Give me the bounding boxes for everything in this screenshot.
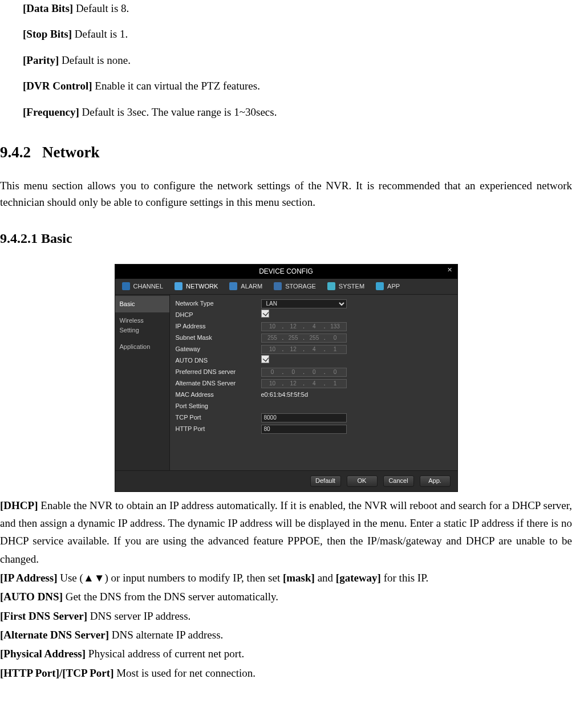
label-ip-address: IP Address — [176, 322, 261, 331]
label-alternate-dns: Alternate DNS Server — [176, 379, 261, 388]
select-network-type[interactable]: LAN — [261, 299, 347, 308]
default-button[interactable]: Default — [310, 475, 341, 487]
param-frequency: [Frequency] Default is 3sec. The value r… — [23, 104, 572, 120]
section-para: This menu section allows you to configur… — [0, 177, 572, 211]
def-desc: Most is used for net connection. — [113, 667, 255, 679]
def-label: [Physical Address] — [0, 648, 86, 660]
param-desc: Enable it can virtual the PTZ features. — [92, 80, 260, 92]
label-preferred-dns: Preferred DNS server — [176, 367, 261, 377]
app-icon — [376, 282, 384, 290]
sidebar-item-application[interactable]: Application — [115, 339, 169, 355]
def-desc: Get the DNS from the DNS server automati… — [63, 591, 278, 603]
label-port-setting: Port Setting — [176, 401, 261, 411]
def-desc: Physical address of current net port. — [86, 648, 244, 660]
param-stop-bits: [Stop Bits] Default is 1. — [23, 26, 572, 42]
label-dhcp: DHCP — [176, 310, 261, 320]
label-gateway: Gateway — [176, 344, 261, 354]
label-auto-dns: AUTO DNS — [176, 356, 261, 365]
checkbox-auto-dns[interactable] — [261, 355, 269, 363]
label-network-type: Network Type — [176, 299, 261, 308]
def-label: [Alternate DNS Server] — [0, 629, 109, 641]
window-titlebar: DEVICE CONFIG ✕ — [115, 265, 457, 279]
param-dvr-control: [DVR Control] Enable it can virtual the … — [23, 78, 572, 94]
label-tcp-port: TCP Port — [176, 413, 261, 422]
input-ip-address[interactable]: 10.12.4.133 — [261, 322, 347, 331]
def-label: [AUTO DNS] — [0, 591, 63, 603]
def-alternate-dns: [Alternate DNS Server] DNS alternate IP … — [0, 626, 572, 644]
tab-storage[interactable]: STORAGE — [268, 279, 322, 294]
section-number: 9.4.2 — [0, 141, 42, 165]
subsection-heading-basic: 9.4.2.1 Basic — [0, 228, 572, 249]
channel-icon — [122, 282, 130, 290]
def-auto-dns: [AUTO DNS] Get the DNS from the DNS serv… — [0, 588, 572, 605]
input-tcp-port[interactable] — [261, 413, 347, 422]
def-physical-address: [Physical Address] Physical address of c… — [0, 645, 572, 662]
tab-label: SYSTEM — [339, 282, 364, 291]
dialog-footer: Default OK Cancel App. — [115, 470, 457, 491]
tab-label: STORAGE — [285, 282, 316, 291]
input-http-port[interactable] — [261, 425, 347, 434]
sidebar: Basic Wireless Setting Application — [115, 295, 170, 470]
param-desc: Default is 3sec. The value range is 1~30… — [79, 106, 277, 118]
label-subnet-mask: Subnet Mask — [176, 333, 261, 343]
tab-app[interactable]: APP — [370, 279, 405, 294]
tab-channel[interactable]: CHANNEL — [116, 279, 169, 294]
def-label: [HTTP Port]/[TCP Port] — [0, 667, 113, 679]
param-label: [DVR Control] — [23, 80, 92, 92]
main-tabs: CHANNEL NETWORK ALARM STORAGE SYSTEM APP — [115, 279, 457, 295]
def-first-dns: [First DNS Server] DNS server IP address… — [0, 607, 572, 625]
label-http-port: HTTP Port — [176, 424, 261, 434]
def-label: [IP Address] — [0, 572, 57, 584]
value-mac-address: e0:61:b4:5f:5f:5d — [261, 391, 309, 398]
param-desc: Default is none. — [59, 54, 131, 66]
input-alternate-dns[interactable]: 10.12.4.1 — [261, 379, 347, 388]
alarm-icon — [229, 282, 237, 290]
param-desc: Default is 8. — [73, 2, 129, 14]
param-desc: Default is 1. — [72, 28, 128, 40]
device-config-window: DEVICE CONFIG ✕ CHANNEL NETWORK ALARM ST… — [115, 264, 458, 492]
section-heading-network: 9.4.2Network — [0, 141, 572, 165]
def-desc: DNS server IP address. — [87, 610, 190, 622]
sidebar-item-wireless[interactable]: Wireless Setting — [115, 312, 169, 339]
tab-alarm[interactable]: ALARM — [224, 279, 268, 294]
tab-system[interactable]: SYSTEM — [322, 279, 370, 294]
param-parity: [Parity] Default is none. — [23, 52, 572, 68]
tab-label: CHANNEL — [133, 282, 164, 291]
arrows-icon: ▲▼ — [83, 572, 105, 584]
input-subnet-mask[interactable]: 255.255.255.0 — [261, 334, 347, 343]
ok-button[interactable]: OK — [347, 475, 378, 487]
param-label: [Stop Bits] — [23, 28, 72, 40]
section-title: Network — [42, 144, 99, 161]
def-desc: DNS alternate IP address. — [109, 629, 223, 641]
tab-label: ALARM — [241, 282, 262, 291]
system-icon — [327, 282, 335, 290]
def-dhcp: [DHCP] Enable the NVR to obtain an IP ad… — [0, 497, 572, 568]
param-label: [Data Bits] — [23, 2, 73, 14]
param-label: [Frequency] — [23, 106, 79, 118]
close-icon[interactable]: ✕ — [446, 266, 454, 274]
tab-label: APP — [387, 282, 400, 291]
network-icon — [175, 282, 182, 290]
def-label: [First DNS Server] — [0, 610, 87, 622]
def-http-tcp-port: [HTTP Port]/[TCP Port] Most is used for … — [0, 664, 572, 682]
network-basic-form: Network Type LAN DHCP IP Address 10.12.4… — [170, 295, 457, 470]
input-preferred-dns[interactable]: 0.0.0.0 — [261, 368, 347, 377]
label-mac-address: MAC Address — [176, 390, 261, 400]
app-button[interactable]: App. — [420, 475, 451, 487]
tab-label: NETWORK — [186, 282, 218, 291]
def-desc: Enable the NVR to obtain an IP address a… — [0, 499, 572, 565]
storage-icon — [274, 282, 282, 290]
window-title: DEVICE CONFIG — [259, 267, 313, 275]
input-gateway[interactable]: 10.12.4.1 — [261, 345, 347, 354]
def-ip-address: [IP Address] Use (▲▼) or input numbers t… — [0, 569, 572, 587]
cancel-button[interactable]: Cancel — [383, 475, 414, 487]
sidebar-item-basic[interactable]: Basic — [115, 296, 169, 312]
tab-network[interactable]: NETWORK — [169, 279, 224, 294]
param-label: [Parity] — [23, 54, 59, 66]
def-label: [DHCP] — [0, 499, 38, 511]
checkbox-dhcp[interactable] — [261, 310, 269, 318]
param-data-bits: [Data Bits] Default is 8. — [23, 0, 572, 17]
